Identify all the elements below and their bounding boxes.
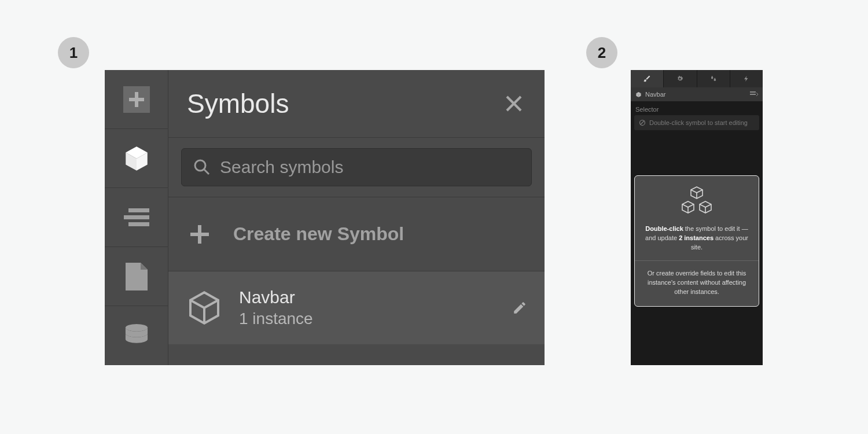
panel-title: Symbols [187,88,289,119]
add-tab[interactable] [105,70,168,129]
list-icon [124,207,149,228]
style-panel: Navbar Selector Double-click symbol to s… [631,70,763,365]
svg-point-9 [195,160,205,171]
style-panel-tabs [631,70,763,87]
cube-icon [122,144,151,173]
cms-tab[interactable] [105,306,168,365]
tab-effects[interactable] [697,70,730,87]
step-number: 2 [598,44,606,62]
symbol-text: Navbar 1 instance [239,288,496,328]
info-text-1: Double-click the symbol to edit it — and… [643,225,751,252]
page-icon [126,263,148,290]
svg-rect-13 [750,91,756,93]
cube-small-icon [635,91,642,98]
symbols-tab[interactable] [105,129,168,188]
info-text-2: Or create override fields to edit this i… [643,269,751,297]
symbols-panel: Symbols Create new Symbol Navbar 1 insta… [105,70,545,365]
pages-tab[interactable] [105,247,168,306]
database-icon [124,324,149,347]
plus-square-icon [123,86,150,113]
tab-interactions[interactable] [730,70,763,87]
tab-settings[interactable] [664,70,697,87]
step-badge-1: 1 [58,37,89,68]
step-badge-2: 2 [586,37,617,68]
svg-line-10 [204,170,209,174]
cubes-stack-icon [643,186,751,216]
prohibit-icon [639,119,646,126]
panel-header: Symbols [168,70,545,138]
svg-rect-12 [190,233,209,236]
navigator-tab[interactable] [105,188,168,247]
search-row [168,138,545,197]
breadcrumb: Navbar [631,87,763,101]
plus-icon [190,225,209,244]
pencil-icon[interactable] [512,300,527,315]
tab-style[interactable] [631,70,664,87]
selector-hint: Double-click symbol to start editing [649,119,748,126]
svg-rect-14 [750,94,756,95]
svg-rect-4 [124,215,149,219]
search-input[interactable] [220,157,520,177]
bolt-icon [743,75,750,83]
svg-point-6 [125,324,147,332]
brush-icon [643,75,651,83]
svg-rect-5 [128,222,149,226]
close-button[interactable] [505,95,523,112]
svg-rect-3 [128,208,149,212]
symbol-list-item[interactable]: Navbar 1 instance [168,271,545,344]
svg-line-16 [641,121,645,125]
symbols-main: Symbols Create new Symbol Navbar 1 insta… [168,70,545,365]
selector-input[interactable]: Double-click symbol to start editing [634,115,759,130]
selector-label: Selector [631,101,763,115]
search-icon [193,159,211,176]
step-number: 1 [69,44,78,62]
symbol-instance-count: 1 instance [239,310,496,328]
menu-icon[interactable] [750,91,758,97]
create-symbol-label: Create new Symbol [233,223,404,245]
gear-icon [676,75,684,83]
droplets-icon [709,75,718,83]
close-icon [505,95,523,112]
search-box[interactable] [181,148,532,186]
divider [635,260,759,261]
svg-rect-2 [129,98,144,101]
symbol-name: Navbar [239,288,496,307]
cube-outline-icon [186,289,223,326]
symbol-info-card: Double-click the symbol to edit it — and… [634,175,759,307]
breadcrumb-name: Navbar [645,91,665,98]
create-symbol-button[interactable]: Create new Symbol [168,197,545,271]
left-icon-rail [105,70,168,365]
